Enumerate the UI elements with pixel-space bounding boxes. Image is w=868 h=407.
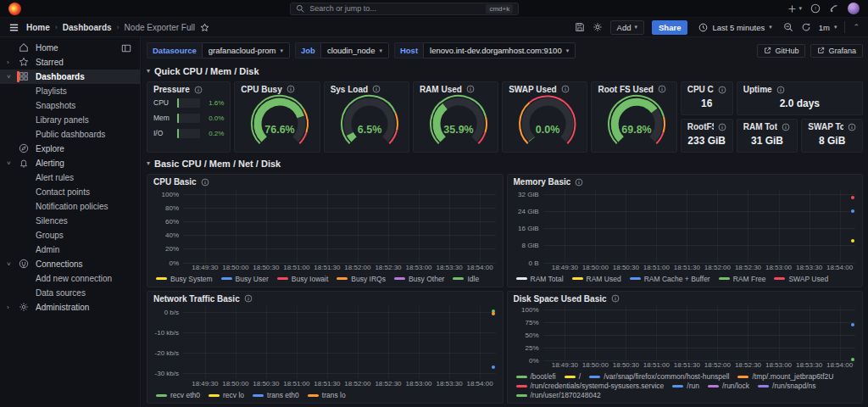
legend-item[interactable]: Busy Iowait — [277, 275, 328, 283]
panel-title[interactable]: SWAP Tc — [808, 122, 843, 131]
panel-title[interactable]: RootFS T — [687, 122, 714, 131]
user-avatar[interactable] — [848, 3, 860, 14]
sidebar-item-alerting[interactable]: ˅Alerting — [0, 156, 140, 170]
sidebar-item-alert-rules[interactable]: Alert rules — [0, 170, 140, 185]
legend-item[interactable]: /run — [672, 382, 699, 390]
legend-item[interactable]: Idle — [453, 275, 479, 283]
sidebar-item-explore[interactable]: Explore — [0, 142, 140, 156]
variable-datasource[interactable]: Datasource grafanacloud-prom▾ — [147, 42, 290, 59]
sidebar-item-admin[interactable]: Admin — [0, 243, 140, 257]
legend-item[interactable]: trans eth0 — [253, 391, 299, 399]
settings-gear-icon[interactable] — [593, 22, 603, 32]
sidebar-item-dashboards[interactable]: ˅Dashboards — [0, 70, 140, 84]
sidebar-item-library-panels[interactable]: Library panels — [0, 113, 140, 127]
legend-item[interactable]: /var/snap/firefox/common/host-hunspell — [589, 372, 729, 381]
refresh-icon[interactable] — [801, 22, 811, 32]
chevron-right-icon[interactable]: › — [7, 304, 19, 311]
info-icon[interactable] — [561, 86, 570, 93]
sidebar-item-data-sources[interactable]: Data sources — [0, 286, 140, 300]
chevron-down-icon[interactable]: ˅ — [7, 260, 19, 268]
refresh-interval-picker[interactable]: 1m ▾ — [819, 21, 837, 34]
info-icon[interactable] — [244, 294, 253, 303]
info-icon[interactable] — [848, 123, 856, 131]
menu-icon[interactable] — [8, 22, 19, 33]
info-icon[interactable] — [466, 86, 475, 93]
info-icon[interactable] — [611, 294, 620, 303]
info-icon[interactable] — [782, 123, 790, 131]
sidebar-item-silences[interactable]: Silences — [0, 214, 140, 228]
legend-item[interactable]: Busy System — [156, 275, 213, 283]
legend-item[interactable]: RAM Used — [572, 275, 621, 283]
legend-item[interactable]: Busy IRQs — [337, 275, 386, 283]
favorite-star-icon[interactable] — [200, 23, 209, 32]
panel-title[interactable]: CPU Cor — [687, 85, 714, 94]
info-icon[interactable] — [201, 178, 209, 187]
legend-item[interactable]: RAM Total — [516, 275, 564, 283]
info-icon[interactable] — [658, 86, 666, 93]
sidebar-item-notification-policies[interactable]: Notification policies — [0, 199, 140, 214]
sidebar-item-starred[interactable]: ›Starred — [0, 55, 140, 70]
legend-item[interactable]: /run/credentials/systemd-sysusers.servic… — [516, 382, 665, 390]
info-icon[interactable] — [575, 178, 583, 187]
plot-area[interactable] — [543, 306, 856, 361]
chevron-down-icon[interactable]: ˅ — [7, 159, 19, 167]
share-button[interactable]: Share — [652, 20, 687, 35]
plot-area[interactable] — [183, 306, 496, 380]
section-quick-cpu-mem-disk[interactable]: ▾ Quick CPU / Mem / Disk — [147, 64, 863, 78]
variable-job[interactable]: Job cloudin_node▾ — [295, 42, 389, 59]
sidebar-item-groups[interactable]: Groups — [0, 228, 140, 243]
search-input[interactable]: Search or jump to... cmd+k — [290, 3, 519, 15]
grafana-logo[interactable] — [8, 3, 21, 15]
breadcrumb-dashboards[interactable]: Dashboards — [63, 23, 112, 32]
variable-host[interactable]: Host lenovo.int-dev.dorgamhost.com:9100▾ — [394, 42, 576, 59]
panel-title[interactable]: Uptime — [743, 85, 772, 94]
panel-title[interactable]: Disk Space Used Basic — [514, 294, 607, 304]
panel-title[interactable]: Network Traffic Basic — [153, 294, 240, 304]
panel-title[interactable]: Memory Basic — [514, 177, 571, 187]
sidebar-item-connections[interactable]: ˅Connections — [0, 257, 140, 271]
news-icon[interactable] — [829, 3, 839, 14]
collapse-toolbar-icon[interactable]: ⌃ — [853, 23, 860, 31]
plot-area[interactable] — [543, 189, 856, 263]
new-button[interactable]: ▾ — [787, 4, 802, 14]
legend-item[interactable]: /run/user/1870248042 — [516, 391, 601, 399]
plot-area[interactable] — [183, 189, 496, 263]
legend-item[interactable]: recv eth0 — [156, 391, 200, 399]
legend-item[interactable]: recv lo — [209, 391, 244, 399]
sidebar-item-public-dashboards[interactable]: Public dashboards — [0, 127, 140, 142]
legend-item[interactable]: Busy Other — [394, 275, 445, 283]
legend-item[interactable]: trans lo — [308, 391, 346, 399]
section-basic-cpu-mem-net-disk[interactable]: ▾ Basic CPU / Mem / Net / Disk — [147, 156, 863, 170]
info-icon[interactable] — [287, 86, 295, 93]
time-range-picker[interactable]: Last 5 minutes ▾ — [695, 21, 775, 34]
sidebar-item-snapshots[interactable]: Snapshots — [0, 98, 140, 113]
sidebar-item-home[interactable]: Home — [0, 41, 140, 55]
legend-item[interactable]: RAM Cache + Buffer — [630, 275, 710, 283]
legend-item[interactable]: / — [565, 372, 581, 381]
info-icon[interactable] — [194, 86, 203, 94]
legend-item[interactable]: /run/lock — [708, 382, 749, 390]
sidebar-item-contact-points[interactable]: Contact points — [0, 185, 140, 199]
info-icon[interactable] — [372, 86, 381, 93]
legend-item[interactable]: /run/snapd/ns — [758, 382, 816, 390]
panel-title[interactable]: RAM Tot — [743, 122, 777, 131]
zoom-out-icon[interactable] — [783, 22, 793, 32]
legend-item[interactable]: /boot/efi — [516, 372, 556, 381]
dock-sidebar-icon[interactable] — [121, 43, 131, 53]
legend-item[interactable]: SWAP Used — [774, 275, 828, 283]
legend-item[interactable]: RAM Free — [719, 275, 766, 283]
breadcrumb-home[interactable]: Home — [26, 23, 50, 32]
info-icon[interactable] — [718, 86, 726, 94]
chevron-right-icon[interactable]: › — [7, 59, 19, 66]
grafana-link-button[interactable]: Grafana — [810, 44, 863, 58]
legend-item[interactable]: /tmp/.mount_jetbrap6tf2U — [737, 372, 833, 381]
info-icon[interactable] — [718, 123, 726, 131]
github-link-button[interactable]: GitHub — [757, 44, 805, 58]
save-icon[interactable] — [575, 22, 585, 32]
info-icon[interactable] — [776, 86, 785, 94]
help-icon[interactable]: ! — [810, 3, 821, 14]
add-button[interactable]: Add▾ — [610, 20, 644, 35]
sidebar-item-administration[interactable]: ›Administration — [0, 300, 140, 315]
legend-item[interactable]: Busy User — [221, 275, 269, 283]
panel-title[interactable]: CPU Basic — [153, 177, 197, 187]
